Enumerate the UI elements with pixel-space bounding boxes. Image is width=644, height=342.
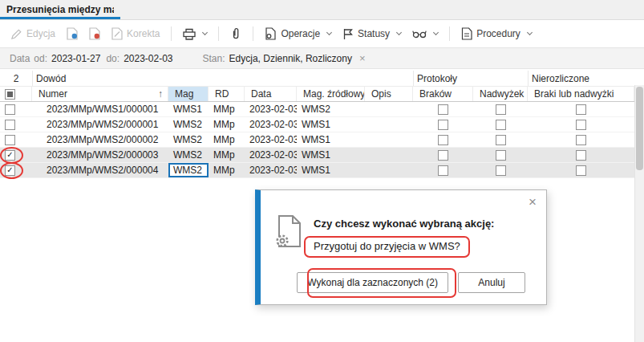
cell-brakow[interactable] — [413, 102, 473, 116]
cell-braki_lub_nadwyzki[interactable] — [528, 117, 634, 132]
row-select-cell[interactable]: ✓ — [0, 148, 32, 162]
cell-data[interactable]: 2023-02-03 — [245, 163, 297, 177]
cell-rd[interactable]: MMp — [209, 102, 245, 116]
column-header-braków[interactable]: Braków — [413, 87, 473, 101]
column-header-rd[interactable]: RD — [209, 87, 245, 101]
cell-opis[interactable] — [365, 102, 413, 116]
select-all-cell[interactable] — [0, 87, 32, 101]
cell-mag_zrodlowy[interactable]: WMS1 — [297, 148, 365, 162]
checkbox[interactable] — [576, 104, 586, 115]
cell-data[interactable]: 2023-02-03 — [245, 117, 297, 132]
cell-numer[interactable]: 2023/MMp/WMS2/000001 — [32, 117, 168, 132]
cell-nadwyzek[interactable] — [473, 132, 528, 147]
cell-mag_zrodlowy[interactable]: WMS2 — [297, 102, 365, 116]
column-header-mag-źródłowy[interactable]: Mag. źródłowy — [297, 87, 365, 101]
cell-opis[interactable] — [365, 148, 413, 162]
checkbox[interactable] — [576, 120, 586, 130]
document-delete-button[interactable] — [85, 24, 104, 43]
column-header-opis[interactable]: Opis — [365, 87, 413, 101]
preview-button[interactable] — [408, 26, 442, 42]
correction-button[interactable]: Korekta — [107, 24, 164, 43]
cell-brakow[interactable] — [413, 163, 473, 177]
checkbox[interactable] — [438, 120, 448, 130]
cell-nadwyzek[interactable] — [473, 148, 528, 162]
cancel-button[interactable]: Anuluj — [458, 272, 525, 293]
edit-button[interactable]: Edycja — [6, 25, 59, 43]
operations-button[interactable]: Operacje — [261, 24, 335, 43]
cell-rd[interactable]: MMp — [209, 163, 245, 177]
cell-brakow[interactable] — [413, 148, 473, 162]
tab-przesuniecia[interactable]: Przesunięcia między magazyn — [0, 0, 120, 19]
checkbox[interactable] — [5, 104, 15, 115]
table-row[interactable]: 2023/MMp/WMS2/000001WMS2MMp2023-02-03WMS… — [0, 117, 634, 132]
column-header-braki-lub-nadwyżki[interactable]: Braki lub nadwyżki — [528, 87, 634, 101]
cell-data[interactable]: 2023-02-03 — [245, 132, 297, 147]
checkbox[interactable] — [5, 120, 15, 130]
checkbox[interactable] — [496, 150, 506, 161]
cell-data[interactable]: 2023-02-03 — [245, 102, 297, 116]
row-select-cell[interactable] — [0, 117, 32, 132]
cell-numer[interactable]: 2023/MMp/WMS2/000004 — [32, 163, 168, 177]
checkbox[interactable] — [576, 165, 586, 176]
cell-numer[interactable]: 2023/MMp/WMS2/000003 — [32, 148, 168, 162]
checkbox[interactable] — [438, 165, 448, 176]
cell-opis[interactable] — [365, 117, 413, 132]
checkbox[interactable] — [496, 135, 506, 145]
cell-opis[interactable] — [365, 132, 413, 147]
print-button[interactable] — [179, 25, 211, 43]
procedures-button[interactable]: Procedury — [457, 24, 536, 43]
checkbox[interactable] — [438, 150, 448, 161]
checkbox[interactable] — [496, 165, 506, 176]
cell-mag_zrodlowy[interactable]: WMS1 — [297, 163, 365, 177]
cell-nadwyzek[interactable] — [473, 163, 528, 177]
cell-numer[interactable]: 2023/MMp/WMS2/000002 — [32, 132, 168, 147]
checkbox[interactable] — [5, 89, 15, 100]
close-icon[interactable]: × — [529, 195, 537, 209]
cell-mag[interactable]: WMS2 — [168, 117, 209, 132]
cell-rd[interactable]: MMp — [209, 132, 245, 147]
cell-braki_lub_nadwyzki[interactable] — [528, 148, 634, 162]
checkbox[interactable] — [5, 135, 15, 145]
statuses-button[interactable]: Statusy — [338, 25, 405, 43]
row-select-cell[interactable]: ✓ — [0, 163, 32, 177]
cell-nadwyzek[interactable] — [473, 102, 528, 116]
table-row[interactable]: 2023/MMp/WMS1/000001WMS1MMp2023-02-03WMS… — [0, 102, 634, 117]
filter-date-to[interactable]: 2023-02-03 — [124, 53, 172, 64]
checkbox[interactable]: ✓ — [5, 150, 15, 161]
column-header-nadwyżek[interactable]: Nadwyżek — [473, 87, 528, 101]
row-select-cell[interactable] — [0, 102, 32, 116]
cell-mag[interactable]: WMS2 — [168, 132, 209, 147]
column-header-data[interactable]: Data — [245, 87, 297, 101]
cell-braki_lub_nadwyzki[interactable] — [528, 132, 634, 147]
cell-data[interactable]: 2023-02-03 — [245, 148, 297, 162]
cell-mag_zrodlowy[interactable]: WMS1 — [297, 117, 365, 132]
clear-filter-icon[interactable]: × — [359, 53, 366, 63]
cell-mag[interactable]: WMS2 — [168, 163, 209, 177]
checkbox[interactable]: ✓ — [5, 165, 15, 176]
cell-mag_zrodlowy[interactable]: WMS1 — [297, 132, 365, 147]
vertical-scrollbar[interactable] — [634, 85, 644, 342]
cell-brakow[interactable] — [413, 117, 473, 132]
cell-mag[interactable]: WMS2 — [168, 148, 209, 162]
filter-date-from[interactable]: 2023-01-27 — [51, 53, 100, 64]
column-header-numer[interactable]: Numer↑ — [32, 87, 168, 101]
confirm-button[interactable]: Wykonaj dla zaznaczonych (2) — [297, 272, 448, 293]
checkbox[interactable] — [438, 135, 448, 145]
table-row[interactable]: 2023/MMp/WMS2/000002WMS2MMp2023-02-03WMS… — [0, 132, 634, 148]
cell-braki_lub_nadwyzki[interactable] — [528, 163, 634, 177]
cell-numer[interactable]: 2023/MMp/WMS1/000001 — [32, 102, 168, 116]
cell-brakow[interactable] — [413, 132, 473, 147]
checkbox[interactable] — [438, 104, 448, 115]
row-select-cell[interactable] — [0, 132, 32, 147]
column-header-mag[interactable]: Mag — [168, 87, 209, 101]
document-info-button[interactable] — [63, 24, 82, 43]
attachments-button[interactable] — [226, 24, 245, 43]
cell-opis[interactable] — [365, 163, 413, 177]
cell-nadwyzek[interactable] — [473, 117, 528, 132]
table-row[interactable]: ✓2023/MMp/WMS2/000003WMS2MMp2023-02-03WM… — [0, 148, 634, 163]
cell-rd[interactable]: MMp — [209, 117, 245, 132]
filter-stan-value[interactable]: Edycja, Dziennik, Rozliczony — [229, 53, 352, 64]
checkbox[interactable] — [576, 135, 586, 145]
cell-mag[interactable]: WMS1 — [168, 102, 209, 116]
cell-rd[interactable]: MMp — [209, 148, 245, 162]
